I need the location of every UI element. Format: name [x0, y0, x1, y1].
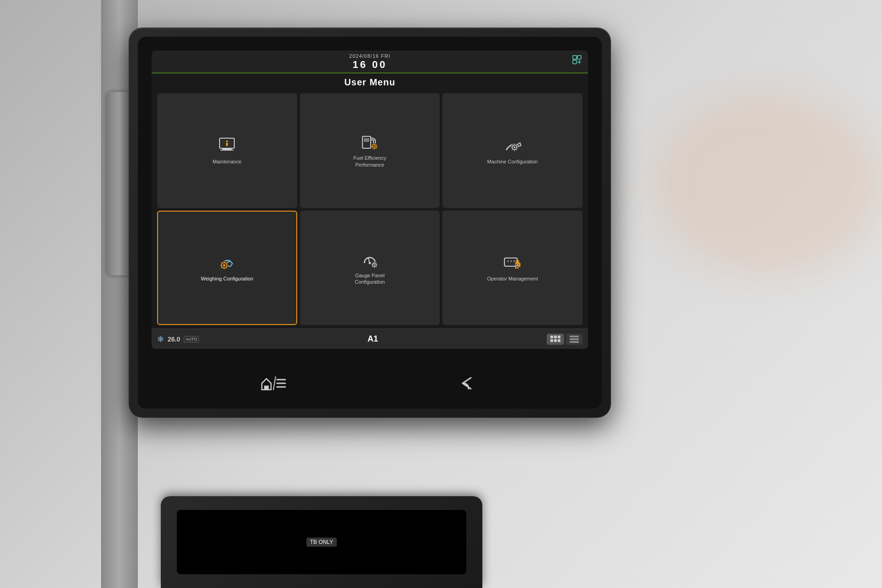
svg-rect-7 — [226, 143, 228, 146]
svg-rect-0 — [573, 56, 577, 59]
scene: 2024/08/16 FRI 16 00 User Menu — [0, 0, 882, 588]
fan-icon: ❄ — [157, 334, 164, 344]
menu-grid: Maintenance — [152, 90, 588, 329]
bottom-nav — [138, 358, 602, 409]
svg-rect-34 — [570, 341, 579, 343]
svg-point-19 — [368, 262, 371, 264]
status-icon — [571, 54, 582, 67]
status-bar: ❄ 26.0 AUTO A1 — [152, 329, 588, 349]
machine-config-label: Machine Configuration — [487, 158, 538, 165]
tb-label: TB ONLY — [306, 538, 337, 547]
svg-rect-28 — [558, 336, 560, 338]
machine-config-icon — [502, 136, 524, 156]
svg-rect-30 — [554, 339, 557, 342]
screen-header: 2024/08/16 FRI 16 00 — [152, 50, 588, 73]
menu-item-fuel-efficiency[interactable]: Fuel Efficiency Performance — [300, 93, 440, 208]
svg-rect-4 — [222, 148, 232, 150]
secondary-screen: TB ONLY — [177, 510, 466, 574]
datetime-display: 2024/08/16 FRI — [349, 53, 390, 59]
maintenance-label: Maintenance — [213, 158, 242, 165]
temperature-display: 26.0 — [168, 336, 180, 343]
mode-label: A1 — [368, 334, 378, 344]
menu-item-gauge-panel[interactable]: Gauge Panel Configuration — [300, 211, 440, 325]
status-right-buttons — [547, 334, 582, 345]
operator-mgmt-label: Operator Management — [487, 275, 538, 282]
svg-point-22 — [373, 264, 375, 265]
svg-line-36 — [273, 376, 276, 390]
gauge-panel-label: Gauge Panel Configuration — [355, 272, 384, 286]
svg-rect-32 — [570, 336, 579, 337]
device-frame: 2024/08/16 FRI 16 00 User Menu — [129, 28, 611, 418]
svg-rect-9 — [364, 138, 369, 142]
fuel-efficiency-label: Fuel Efficiency Performance — [353, 155, 386, 168]
weighing-config-label: Weighing Configuration — [201, 275, 253, 282]
svg-rect-2 — [573, 60, 577, 64]
svg-rect-8 — [362, 136, 371, 148]
svg-point-12 — [373, 146, 375, 147]
grid-view-btn[interactable] — [547, 334, 564, 345]
svg-rect-27 — [554, 336, 557, 338]
svg-point-6 — [226, 140, 228, 142]
screen-title: User Menu — [152, 73, 588, 90]
svg-rect-29 — [550, 339, 553, 342]
svg-rect-31 — [558, 339, 560, 342]
svg-text:* * *: * * * — [507, 260, 515, 265]
menu-item-maintenance[interactable]: Maintenance — [157, 93, 297, 208]
svg-rect-5 — [220, 150, 233, 151]
device-inner: 2024/08/16 FRI 16 00 User Menu — [138, 37, 602, 409]
fuel-efficiency-icon — [359, 133, 381, 152]
menu-item-weighing-config[interactable]: Weighing Configuration — [157, 211, 297, 325]
maintenance-icon — [216, 136, 238, 156]
time-display: 16 00 — [352, 59, 387, 71]
svg-rect-1 — [577, 56, 581, 59]
menu-item-machine-config[interactable]: Machine Configuration — [442, 93, 582, 208]
menu-item-operator-mgmt[interactable]: * * * Operator Management — [442, 211, 582, 325]
svg-point-15 — [514, 146, 515, 148]
operator-mgmt-icon: * * * — [502, 253, 524, 273]
svg-rect-26 — [550, 336, 553, 338]
gauge-panel-icon — [359, 250, 381, 269]
svg-point-18 — [223, 264, 226, 267]
home-menu-button[interactable] — [260, 374, 287, 392]
svg-rect-35 — [264, 386, 269, 390]
list-view-btn[interactable] — [566, 334, 582, 345]
weighing-config-icon — [216, 253, 238, 273]
back-button[interactable] — [457, 374, 480, 392]
main-screen: 2024/08/16 FRI 16 00 User Menu — [152, 50, 588, 349]
bg-blur — [652, 92, 882, 275]
secondary-device: TB ONLY — [161, 496, 482, 588]
svg-rect-33 — [570, 338, 579, 340]
auto-label: AUTO — [184, 336, 199, 342]
